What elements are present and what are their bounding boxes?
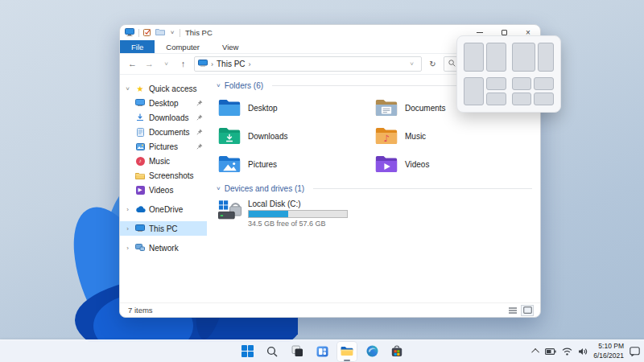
customize-quick-access-toolbar-icon[interactable]: ˅	[169, 30, 175, 36]
snap-layout-two-halves[interactable]	[464, 43, 506, 72]
snap-layout-quarters[interactable]	[512, 77, 555, 106]
snap-pane[interactable]	[512, 93, 532, 105]
snap-pane[interactable]	[512, 43, 535, 72]
file-explorer-icon	[341, 346, 353, 356]
snap-pane[interactable]	[534, 77, 554, 90]
large-icons-view-button[interactable]	[521, 305, 534, 316]
properties-icon[interactable]	[143, 28, 151, 38]
svg-text:♪: ♪	[383, 133, 389, 144]
widgets-icon	[316, 346, 328, 357]
videos-folder-icon	[375, 154, 398, 175]
notification-center-button[interactable]	[630, 347, 640, 356]
tab-computer[interactable]: Computer	[155, 40, 211, 53]
pin-icon[interactable]	[196, 114, 204, 121]
new-folder-icon[interactable]	[155, 28, 165, 37]
folder-tile-videos[interactable]: Videos	[375, 154, 532, 175]
back-button[interactable]: ←	[126, 60, 138, 68]
details-view-button[interactable]	[506, 305, 519, 316]
pictures-folder-icon	[218, 154, 241, 175]
chevron-right-icon[interactable]: ›	[124, 225, 131, 232]
up-button[interactable]: ↑	[177, 60, 189, 68]
tab-view[interactable]: View	[211, 40, 250, 53]
pin-icon[interactable]	[196, 129, 204, 135]
hidden-icons-chevron[interactable]	[534, 348, 539, 354]
wifi-icon[interactable]	[562, 348, 572, 356]
volume-icon[interactable]	[578, 348, 588, 356]
snap-pane[interactable]	[486, 93, 506, 105]
chevron-down-icon[interactable]: ˅	[217, 185, 221, 192]
sidebar-item-onedrive[interactable]: › OneDrive	[120, 202, 207, 216]
chevron-right-icon[interactable]: ›	[124, 245, 131, 252]
snap-layout-main-with-stack[interactable]	[464, 77, 506, 106]
item-count: 7 items	[128, 306, 153, 315]
sidebar-item-videos[interactable]: ▶ Videos	[120, 183, 207, 197]
chevron-down-icon[interactable]: ˅	[217, 82, 221, 89]
navigation-pane: ˅ ★ Quick access Desktop	[120, 75, 207, 302]
this-pc-icon	[125, 28, 134, 38]
window-title: This PC	[185, 28, 213, 37]
snap-pane[interactable]	[464, 43, 484, 72]
start-button[interactable]	[237, 342, 257, 361]
folder-tile-downloads[interactable]: Downloads	[218, 125, 375, 146]
battery-icon[interactable]	[545, 348, 556, 355]
sidebar-item-screenshots[interactable]: Screenshots	[120, 168, 207, 183]
folders-header-label: Folders (6)	[225, 81, 263, 90]
pin-icon[interactable]	[196, 143, 204, 150]
snap-pane[interactable]	[538, 43, 554, 72]
folder-tile-desktop[interactable]: Desktop	[218, 97, 375, 118]
microsoft-store-icon	[391, 345, 402, 357]
sidebar-item-network[interactable]: › Network	[120, 241, 207, 255]
maximize-icon	[502, 30, 507, 35]
recent-locations-button[interactable]: ˅	[160, 61, 172, 68]
drive-usage-fill	[249, 211, 288, 217]
drive-usage-bar	[248, 210, 348, 218]
devices-section-header[interactable]: ˅ Devices and drives (1)	[217, 184, 532, 193]
edge-button[interactable]	[362, 342, 382, 361]
snap-pane[interactable]	[486, 77, 506, 90]
tab-file[interactable]: File	[120, 40, 155, 53]
titlebar-divider	[138, 29, 139, 37]
snap-pane[interactable]	[464, 77, 484, 106]
onedrive-cloud-icon	[134, 204, 146, 214]
desktop: ˅ This PC × File Computer View ← → ˅ ↑	[0, 0, 644, 362]
forward-button[interactable]: →	[143, 60, 155, 68]
devices-header-label: Devices and drives (1)	[225, 184, 304, 193]
downloads-folder-icon	[218, 126, 241, 146]
sidebar-item-downloads[interactable]: Downloads	[120, 110, 207, 125]
address-dropdown-icon[interactable]: ˅	[406, 61, 418, 68]
folder-tile-pictures[interactable]: Pictures	[218, 154, 375, 175]
microsoft-store-button[interactable]	[387, 342, 407, 361]
search-button[interactable]	[262, 342, 282, 361]
clock[interactable]: 5:10 PM 6/16/2021	[593, 342, 624, 360]
address-bar[interactable]: › This PC › ˅	[194, 56, 422, 72]
status-bar: 7 items	[120, 302, 540, 317]
search-icon	[266, 346, 278, 357]
file-explorer-button[interactable]	[337, 342, 357, 361]
search-icon	[448, 60, 456, 68]
desktop-folder-icon	[218, 98, 241, 118]
snap-pane[interactable]	[512, 77, 532, 90]
folder-tile-music[interactable]: ♪ Music	[375, 125, 532, 146]
refresh-button[interactable]: ↻	[427, 60, 439, 68]
sidebar-item-desktop[interactable]: Desktop	[120, 96, 207, 110]
drive-tile-local-disk-c[interactable]: Local Disk (C:) 34.5 GB free of 57.6 GB	[218, 200, 532, 228]
network-icon	[134, 243, 146, 253]
drive-name: Local Disk (C:)	[248, 200, 348, 208]
widgets-button[interactable]	[312, 342, 332, 361]
snap-pane[interactable]	[486, 43, 506, 72]
sidebar-item-documents[interactable]: Documents	[120, 125, 207, 139]
snap-layout-wide-left[interactable]	[512, 43, 555, 72]
sidebar-item-quick-access[interactable]: ˅ ★ Quick access	[120, 81, 207, 96]
chevron-down-icon[interactable]: ˅	[124, 85, 131, 93]
pin-icon[interactable]	[196, 100, 204, 106]
minimize-icon	[477, 32, 483, 33]
chevron-right-icon[interactable]: ›	[124, 206, 131, 213]
breadcrumb-this-pc[interactable]: This PC	[217, 60, 246, 68]
sidebar-item-music[interactable]: ♪ Music	[120, 154, 207, 168]
task-view-button[interactable]	[287, 342, 307, 361]
tray-date: 6/16/2021	[593, 352, 624, 360]
sidebar-item-this-pc[interactable]: › This PC	[120, 221, 207, 236]
snap-pane[interactable]	[534, 93, 554, 105]
sidebar-item-pictures[interactable]: Pictures	[120, 139, 207, 154]
breadcrumb-separator: ›	[249, 60, 251, 68]
